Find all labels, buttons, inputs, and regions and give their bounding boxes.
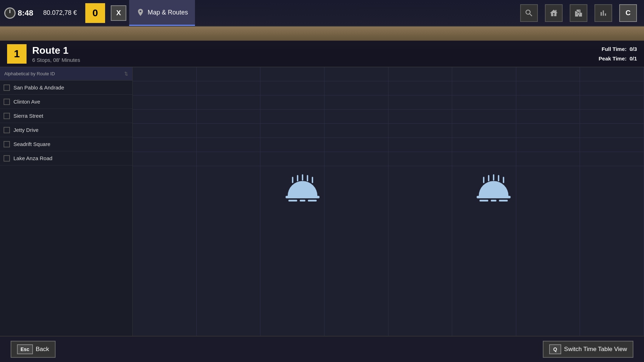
stop-name-2: Sierra Street: [13, 113, 43, 119]
svg-rect-13: [503, 177, 504, 183]
full-time-label: Full Time:: [602, 46, 627, 52]
full-time-stat: Full Time: 0/3: [599, 44, 637, 54]
stop-name-1: Clinton Ave: [13, 99, 40, 105]
svg-rect-1: [297, 175, 298, 181]
svg-rect-4: [312, 177, 313, 183]
grid-rows: [133, 67, 644, 336]
time-value: 8:48: [18, 8, 33, 18]
nav-icons: C: [520, 4, 644, 22]
score-badge: 0: [85, 3, 105, 23]
full-time-value: 0/3: [629, 46, 637, 52]
stop-name-0: San Pablo & Andrade: [13, 84, 64, 90]
stop-checkbox-4[interactable]: [4, 141, 10, 147]
stop-checkbox-1[interactable]: [4, 99, 10, 105]
svg-rect-3: [307, 175, 308, 181]
route-info: Route 1 6 Stops, 08' Minutes: [32, 45, 599, 63]
svg-rect-11: [493, 174, 494, 181]
money-value: 80.072,78 €: [43, 9, 77, 17]
svg-rect-0: [292, 177, 293, 183]
svg-rect-15: [479, 200, 488, 202]
search-icon: [524, 8, 534, 18]
close-button[interactable]: X: [111, 5, 126, 21]
sun-icon-2: [476, 173, 511, 203]
stop-checkbox-2[interactable]: [4, 113, 10, 119]
peak-time-label: Peak Time:: [599, 56, 627, 62]
svg-rect-5: [286, 196, 320, 198]
stop-item-3[interactable]: Jetty Drive: [0, 123, 132, 137]
sun-svg-1: [285, 173, 320, 202]
schedule-grid: [133, 67, 644, 336]
chart-icon-btn[interactable]: [594, 4, 612, 22]
stop-item-0[interactable]: San Pablo & Andrade: [0, 81, 132, 95]
stops-list: San Pablo & AndradeClinton AveSierra Str…: [0, 81, 132, 165]
stops-header-label: Alphabetical by Route ID: [4, 71, 55, 76]
route-title: Route 1: [32, 45, 599, 56]
map-routes-tab[interactable]: Map & Routes: [129, 0, 195, 26]
svg-rect-16: [491, 200, 496, 202]
top-bar: 8:48 80.072,78 € 0 X Map & Routes: [0, 0, 644, 27]
map-routes-label: Map & Routes: [148, 9, 188, 16]
stop-name-4: Seadrift Square: [13, 141, 50, 147]
svg-rect-2: [302, 174, 303, 181]
bottom-bar: Esc Back Q Switch Time Table View: [0, 336, 644, 362]
stop-checkbox-0[interactable]: [4, 84, 10, 91]
svg-rect-14: [477, 196, 511, 198]
route-subtitle: 6 Stops, 08' Minutes: [32, 57, 599, 63]
back-button[interactable]: Esc Back: [11, 341, 56, 358]
time-display: 8:48: [0, 7, 38, 19]
svg-rect-7: [300, 200, 305, 202]
stops-header: Alphabetical by Route ID ⇅: [0, 67, 132, 81]
peak-time-value: 0/1: [629, 56, 637, 62]
stop-item-4[interactable]: Seadrift Square: [0, 137, 132, 151]
back-label: Back: [36, 346, 49, 353]
garage-icon-btn[interactable]: [545, 4, 563, 22]
chart-icon: [599, 8, 608, 18]
svg-rect-10: [488, 175, 489, 181]
clock-icon: [4, 7, 16, 19]
switch-view-button[interactable]: Q Switch Time Table View: [543, 341, 633, 358]
svg-rect-8: [308, 200, 317, 202]
money-display: 80.072,78 €: [38, 9, 82, 17]
svg-rect-12: [498, 175, 499, 181]
stop-item-1[interactable]: Clinton Ave: [0, 95, 132, 109]
peak-time-stat: Peak Time: 0/1: [599, 54, 637, 63]
svg-rect-9: [483, 177, 484, 183]
stop-item-2[interactable]: Sierra Street: [0, 109, 132, 123]
route-stats: Full Time: 0/3 Peak Time: 0/1: [599, 44, 637, 63]
stop-name-3: Jetty Drive: [13, 127, 39, 133]
building-icon-btn[interactable]: [570, 4, 587, 22]
back-key: Esc: [17, 344, 33, 354]
c-button[interactable]: C: [619, 4, 637, 22]
sun-svg-2: [476, 173, 511, 202]
stop-item-5[interactable]: Lake Anza Road: [0, 151, 132, 165]
route-header: 1 Route 1 6 Stops, 08' Minutes Full Time…: [0, 41, 644, 67]
building-icon: [574, 8, 583, 18]
sun-icon-1: [285, 173, 320, 203]
garage-icon: [549, 8, 558, 18]
main-content: Alphabetical by Route ID ⇅ San Pablo & A…: [0, 67, 644, 336]
stop-checkbox-3[interactable]: [4, 127, 10, 133]
stop-name-5: Lake Anza Road: [13, 155, 52, 161]
switch-key: Q: [549, 344, 561, 354]
svg-rect-6: [288, 200, 297, 202]
map-icon: [136, 8, 145, 17]
stops-panel: Alphabetical by Route ID ⇅ San Pablo & A…: [0, 67, 133, 336]
route-number: 1: [7, 44, 27, 64]
stop-checkbox-5[interactable]: [4, 155, 10, 162]
search-icon-btn[interactable]: [520, 4, 538, 22]
switch-label: Switch Time Table View: [564, 346, 627, 353]
svg-rect-17: [499, 200, 508, 202]
